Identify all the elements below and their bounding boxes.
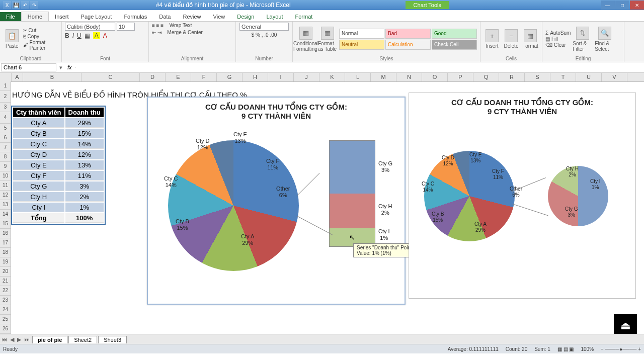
cursor-icon: ↖ [349, 233, 355, 241]
document-title: #4 vẽ biểu đồ hình tròn pie of pie - Mic… [41, 2, 406, 9]
group-editing: Editing [545, 55, 621, 62]
sheet-tabs: ⏮ ◀ ▶ ⏭ pie of pie Sheet2 Sheet3 [0, 334, 644, 344]
tab-file[interactable]: File [0, 12, 21, 21]
group-clipboard: Clipboard [3, 55, 58, 62]
chart2-primary-pie[interactable] [424, 151, 515, 241]
chart-pie-of-pie-pie[interactable]: CƠ CẤU DOANH THU TỔNG CTY GỒM:9 CTY THÀN… [409, 93, 636, 299]
sheet-tab-3[interactable]: Sheet3 [98, 336, 127, 343]
tab-design[interactable]: Design [231, 12, 260, 21]
name-box[interactable]: Chart 6 [1, 63, 56, 71]
formula-bar-row: Chart 6 ▾ fx [0, 62, 644, 73]
zoom-slider[interactable]: − ────●──── + [601, 346, 641, 352]
worksheet-area[interactable]: A B C D E F G H I J K L M N O P Q R S T … [0, 73, 644, 353]
sheet-tab-1[interactable]: pie of pie [32, 336, 67, 343]
chart2-title: CƠ CẤU DOANH THU TỔNG CTY GỒM:9 CTY THÀN… [409, 93, 635, 116]
group-cells: Cells [484, 55, 539, 62]
tab-insert[interactable]: Insert [49, 12, 75, 21]
paste-button[interactable]: 📋Paste [3, 29, 21, 49]
label-ctyh: Cty H 2% [378, 203, 392, 216]
format-cells-button[interactable]: ▦Format [522, 29, 539, 49]
chart-tools-contextual-tab: Chart Tools [406, 1, 449, 9]
delete-cells-button[interactable]: −Delete [503, 29, 520, 49]
tab-nav-first[interactable]: ⏮ [0, 336, 9, 342]
sheet-tab-2[interactable]: Sheet2 [68, 336, 97, 343]
formula-bar[interactable] [75, 67, 644, 68]
title-bar: X 💾 ↶ ↷ #4 vẽ biểu đồ hình tròn pie of p… [0, 0, 644, 10]
status-sum: Sum: 1 [534, 346, 550, 352]
tab-view[interactable]: View [207, 12, 231, 21]
font-size-combo[interactable]: 10 [117, 23, 135, 31]
fill-button[interactable]: ▤ Fill [545, 36, 571, 42]
insert-cells-button[interactable]: +Insert [484, 29, 501, 49]
label-ctyc: Cty C 14% [164, 175, 178, 188]
style-check-cell[interactable]: Check Cell [432, 40, 477, 50]
bold-button[interactable]: B [65, 32, 69, 39]
excel-icon: X [3, 1, 11, 9]
tab-formulas[interactable]: Formulas [118, 12, 153, 21]
group-number: Number [239, 55, 289, 62]
tab-review[interactable]: Review [177, 12, 207, 21]
tab-nav-prev[interactable]: ◀ [9, 336, 16, 343]
tab-format[interactable]: Format [289, 12, 318, 21]
zoom-level[interactable]: 100% [581, 346, 594, 352]
quick-access-toolbar: X 💾 ↶ ↷ [0, 1, 41, 9]
redo-icon[interactable]: ↷ [30, 1, 38, 9]
view-buttons[interactable]: ▦ ▤ ▣ [557, 346, 574, 352]
format-painter-button[interactable]: 🖌 Format Painter [23, 40, 58, 51]
label-ctya: Cty A 29% [241, 233, 254, 246]
style-good[interactable]: Good [432, 29, 477, 39]
style-neutral[interactable]: Neutral [339, 40, 384, 50]
tab-data[interactable]: Data [153, 12, 177, 21]
border-button[interactable]: ▦ [85, 32, 90, 39]
label-other: Other 6% [276, 186, 290, 198]
font-color-button[interactable]: A [103, 32, 107, 39]
conditional-formatting-button[interactable]: ▦Conditional Formatting [296, 27, 316, 52]
minimize-button[interactable]: — [601, 1, 615, 10]
label-ctyb: Cty B 15% [176, 218, 189, 231]
close-button[interactable]: ✕ [630, 1, 644, 10]
style-normal[interactable]: Normal [339, 29, 384, 39]
sort-filter-button[interactable]: ⇅Sort & Filter [573, 27, 593, 52]
column-headers: A B C D E F G H I J K L M N O P Q R S T … [0, 73, 644, 82]
style-bad[interactable]: Bad [385, 29, 431, 39]
tab-layout[interactable]: Layout [260, 12, 289, 21]
status-count: Count: 20 [506, 346, 527, 352]
wrap-text-button[interactable]: Wrap Text [170, 23, 192, 28]
font-name-combo[interactable]: Calibri (Body) [65, 23, 115, 31]
tab-home[interactable]: Home [21, 12, 49, 21]
status-average: Average: 0.111111111 [448, 346, 499, 352]
status-ready: Ready [3, 346, 18, 352]
tab-nav-last[interactable]: ⏭ [23, 336, 31, 342]
clear-button[interactable]: ⌫ Clear [545, 42, 571, 48]
find-select-button[interactable]: 🔍Find & Select [595, 27, 615, 52]
label-ctyi: Cty I 1% [378, 228, 390, 241]
save-icon[interactable]: 💾 [12, 1, 20, 9]
maximize-button[interactable]: □ [615, 1, 629, 10]
merge-center-button[interactable]: Merge & Center [167, 30, 203, 35]
fx-icon[interactable]: fx [64, 64, 75, 70]
chart-pie-of-pie-bar[interactable]: CƠ CẤU DOANH THU TỔNG CTY GỒM:9 CTY THÀN… [147, 97, 406, 305]
cut-button[interactable]: ✂ Cut [23, 28, 58, 33]
tab-page-layout[interactable]: Page Layout [75, 12, 118, 21]
data-table[interactable]: Cty thành viênDoanh thu Cty A29% Cty B15… [11, 106, 106, 225]
row-headers: 123 4567 891011 12131415 16171819 202122… [0, 81, 11, 353]
italic-button[interactable]: I [72, 32, 74, 39]
format-as-table-button[interactable]: ▦Format as Table [318, 27, 337, 52]
label-ctyg: Cty G 3% [378, 160, 392, 173]
tab-nav-next[interactable]: ▶ [16, 336, 23, 343]
group-font: Font [65, 55, 145, 62]
chart1-secondary-bar[interactable] [329, 140, 375, 247]
fill-color-button[interactable]: A [93, 32, 100, 39]
copy-button[interactable]: ⎘ Copy [23, 34, 58, 39]
autosum-button[interactable]: Σ AutoSum [545, 30, 571, 36]
label-ctye: Cty E 13% [233, 131, 247, 144]
ribbon: 📋Paste ✂ Cut ⎘ Copy 🖌 Format Painter Cli… [0, 22, 644, 62]
chart1-title: CƠ CẤU DOANH THU TỔNG CTY GỒM:9 CTY THÀN… [148, 98, 405, 120]
underline-button[interactable]: U [77, 32, 82, 39]
status-bar: Ready Average: 0.111111111 Count: 20 Sum… [0, 344, 644, 353]
number-format-combo[interactable]: General [239, 23, 289, 31]
undo-icon[interactable]: ↶ [21, 1, 29, 9]
group-styles: Styles [296, 55, 477, 62]
window-buttons: — □ ✕ [600, 1, 644, 10]
style-calculation[interactable]: Calculation [385, 40, 431, 50]
